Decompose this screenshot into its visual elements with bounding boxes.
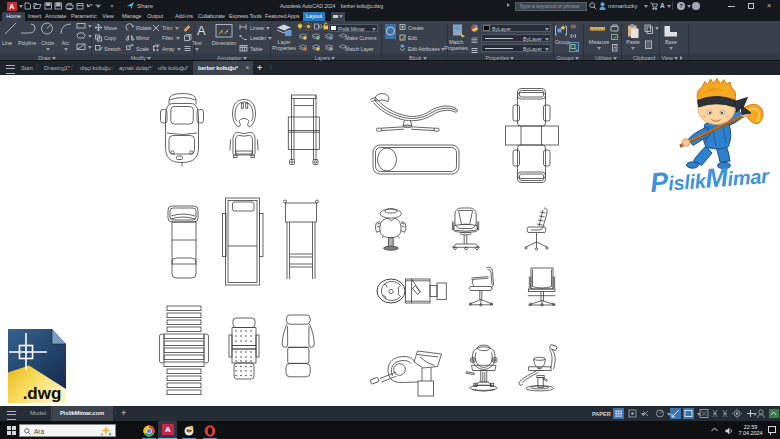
svg-text:.dwg: .dwg (23, 384, 62, 403)
svg-text:A: A (197, 23, 206, 38)
svg-text:PislikMimar: PislikMimar (649, 159, 771, 198)
